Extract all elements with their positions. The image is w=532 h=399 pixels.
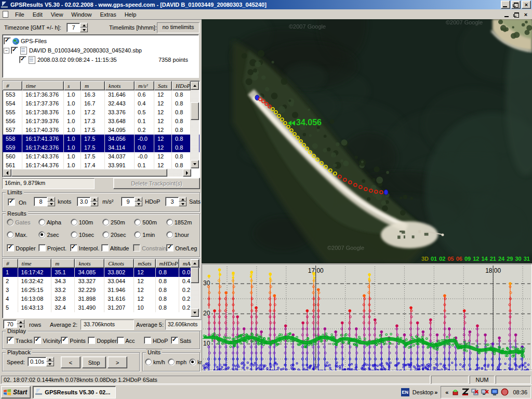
results-opt-project[interactable]: Project.: [38, 244, 70, 251]
tree-session-row[interactable]: 2008.03.02 09:08:24 - 11:15:35 7358 poin…: [4, 56, 198, 64]
radio-button[interactable]: [189, 358, 196, 365]
spin-up-button[interactable]: [46, 357, 54, 362]
close-button[interactable]: ×: [522, 1, 531, 9]
results-header-mHDoP[interactable]: mHDoP: [156, 259, 179, 268]
wireless-manager-icon[interactable]: [451, 388, 459, 396]
limit-sats-spinner[interactable]: 3: [165, 197, 187, 206]
title-bar[interactable]: GPSResults V5.30 - 02.02.2008 - www.gps-…: [0, 0, 532, 9]
results-mode-250m[interactable]: 250m: [102, 219, 134, 225]
radio-button[interactable]: [134, 219, 141, 225]
radio-button[interactable]: [168, 358, 175, 365]
trackpoints-header-ms[interactable]: m/s²: [135, 81, 154, 90]
radio-button[interactable]: [145, 358, 152, 365]
radio-button[interactable]: [102, 231, 109, 238]
checkbox[interactable]: [166, 244, 174, 251]
results-opt-altitude[interactable]: Altitude: [101, 244, 133, 251]
results-opt-oneleg[interactable]: One/Leg: [166, 244, 198, 251]
spin-down-button[interactable]: [90, 202, 98, 206]
restore-button[interactable]: [511, 1, 521, 9]
speed-chart[interactable]: 17:0018:00302010: [202, 264, 532, 371]
map-view[interactable]: ©2007 Google©2007 Google©2007 Google34.0…: [202, 19, 532, 263]
trackpoints-row-555[interactable]: 55516:17:38.3761.017.233.3760.5120.8: [3, 108, 200, 117]
spin-down-button[interactable]: [80, 28, 88, 32]
results-vscrollbar[interactable]: [191, 259, 199, 317]
tray-collapse-icon[interactable]: «: [444, 389, 449, 395]
checkbox[interactable]: [38, 244, 46, 251]
file-checkbox[interactable]: [11, 47, 18, 54]
collapse-expander[interactable]: −: [4, 48, 9, 54]
limit-ms2-value[interactable]: 3.0: [77, 197, 90, 206]
display-opt-sats[interactable]: Sats: [171, 337, 198, 344]
display-opt-vicinity[interactable]: Vicinity: [34, 337, 61, 344]
checkbox[interactable]: [7, 337, 14, 344]
step-forward-button[interactable]: >: [108, 356, 127, 368]
tree-session-label[interactable]: 2008.03.02 09:08:24 - 11:15:35: [37, 57, 117, 63]
vscroll-thumb[interactable]: [191, 268, 199, 283]
trackpoints-table[interactable]: #timesmknotsm/s²SatsHDoP 55316:17:36.376…: [2, 81, 200, 178]
menu-edit[interactable]: Edit: [29, 10, 47, 19]
results-row-1[interactable]: 116:17:4235.134.08533.802120.80.0: [3, 268, 200, 277]
mdi-restore-button[interactable]: [512, 11, 521, 18]
results-row-4[interactable]: 416:13:0832.831.89831.616120.80.2: [3, 295, 200, 303]
results-header-knots[interactable]: knots: [75, 259, 104, 268]
spin-up-button[interactable]: [17, 320, 24, 324]
trackpoints-row-559[interactable]: 55916:17:42.3761.017.534.1140.0120.8: [3, 143, 200, 152]
scroll-left-button[interactable]: [3, 169, 11, 177]
playback-speed-spinner[interactable]: 0.10s: [28, 357, 54, 366]
trackpoints-header-m[interactable]: m: [81, 81, 105, 90]
menu-view[interactable]: View: [47, 10, 68, 19]
limit-ms2-spinner[interactable]: 3.0: [77, 197, 98, 206]
results-mode-max[interactable]: Max.: [7, 231, 38, 238]
trackpoints-header-[interactable]: #: [3, 81, 22, 90]
checkbox[interactable]: [117, 337, 124, 344]
session-checkbox[interactable]: [19, 56, 26, 63]
units-mph[interactable]: mph: [168, 358, 187, 365]
tree-root-label[interactable]: GPS-Files: [21, 38, 47, 44]
security-alert-icon[interactable]: [501, 388, 509, 396]
results-opt-constrain[interactable]: Constrain: [133, 244, 166, 251]
results-mode-2sec[interactable]: 2sec: [38, 231, 70, 238]
trackpoints-row-556[interactable]: 55616:17:39.3761.017.333.6480.1120.8: [3, 117, 200, 126]
trackpoints-header-Sats[interactable]: Sats: [154, 81, 172, 90]
trackpoints-header-HDoP[interactable]: HDoP: [172, 81, 191, 90]
results-row-3[interactable]: 316:25:1533.232.22931.946120.80.2: [3, 286, 200, 295]
spin-up-button[interactable]: [80, 23, 88, 28]
network-disconnected-icon-2[interactable]: [481, 388, 489, 396]
limit-hdop-spinner[interactable]: 9: [121, 197, 142, 206]
results-row-5[interactable]: 516:43:1332.431.49031.207100.80.2: [3, 303, 200, 312]
radio-button[interactable]: [38, 231, 45, 238]
checkbox[interactable]: [171, 337, 178, 344]
root-checkbox[interactable]: [4, 37, 11, 45]
trackpoints-hscrollbar[interactable]: [3, 169, 191, 177]
radio-button[interactable]: [71, 231, 77, 238]
checkbox[interactable]: [133, 244, 140, 251]
timezone-value[interactable]: 7: [66, 23, 80, 32]
results-header-m[interactable]: m: [51, 259, 75, 268]
zonealarm-icon[interactable]: [461, 388, 469, 396]
results-opt-interpol[interactable]: Interpol.: [70, 244, 102, 251]
results-mode-1852m[interactable]: 1852m: [166, 219, 198, 225]
results-mode-gates[interactable]: Gates: [7, 219, 38, 225]
trackpoints-vscrollbar[interactable]: [191, 82, 199, 168]
results-table[interactable]: #timemknotsCknotsmSatsmHDoPmAcc 116:17:4…: [2, 258, 200, 318]
spin-up-button[interactable]: [47, 197, 55, 202]
tree-file-label[interactable]: DAVID B_01003449_20080303_045240.sbp: [29, 47, 142, 54]
results-header-time[interactable]: time: [18, 259, 52, 268]
trackpoints-row-554[interactable]: 55416:17:37.3761.016.732.4430.4120.8: [3, 99, 200, 108]
scroll-up-button[interactable]: [191, 259, 199, 268]
results-mode-100m[interactable]: 100m: [71, 219, 102, 225]
limit-knots-value[interactable]: 8: [34, 197, 47, 206]
radio-button[interactable]: [7, 219, 14, 225]
gps-files-tree[interactable]: GPS-Files − DAVID B_01003449_20080303_04…: [2, 34, 199, 78]
menu-extras[interactable]: Extras: [96, 10, 120, 19]
checkbox[interactable]: [70, 244, 77, 251]
language-indicator[interactable]: EN: [401, 388, 409, 396]
display-opt-points[interactable]: Points: [61, 337, 88, 344]
toolbar-chevron-icon[interactable]: »: [433, 389, 438, 395]
radio-button[interactable]: [7, 231, 14, 238]
results-mode-1hour[interactable]: 1hour: [166, 231, 198, 238]
menu-window[interactable]: Window: [67, 10, 96, 19]
results-opt-doppler[interactable]: Doppler: [7, 244, 38, 251]
display-settings-icon[interactable]: [491, 388, 499, 396]
radio-button[interactable]: [38, 219, 45, 225]
